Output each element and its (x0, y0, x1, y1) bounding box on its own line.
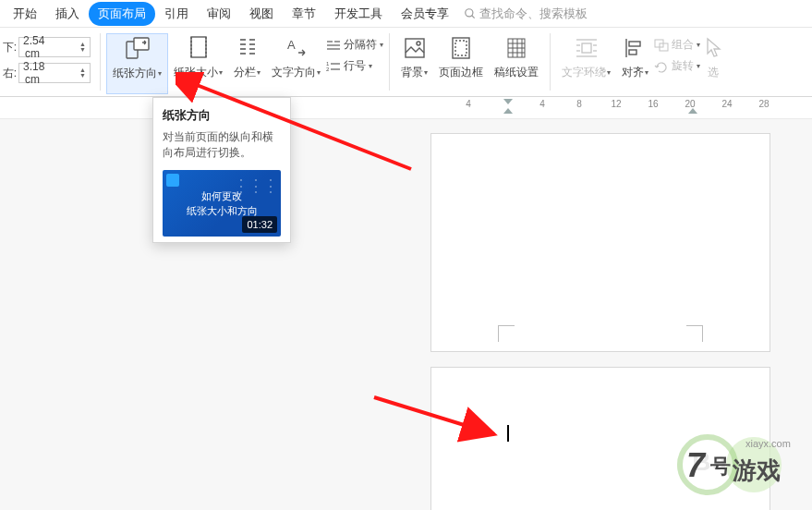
svg-text:xiayx.com: xiayx.com (745, 438, 791, 449)
orientation-tooltip: 纸张方向 对当前页面的纵向和横向布局进行切换。 ⋮⋮⋮ 如何更改 纸张大小和方向… (152, 97, 291, 243)
ruler-tick: 8 (576, 99, 582, 109)
svg-text:游戏: 游戏 (732, 456, 781, 484)
svg-rect-25 (455, 41, 467, 55)
wrap-icon (575, 35, 599, 61)
margin-right-input[interactable]: 3.18 cm ▲▼ (18, 63, 91, 83)
site-watermark: 7 号 游戏 xiayx.com (657, 432, 805, 497)
tab-home[interactable]: 开始 (4, 2, 46, 26)
tab-references[interactable]: 引用 (155, 2, 198, 26)
tooltip-title: 纸张方向 (163, 107, 281, 124)
page-size-icon (188, 35, 210, 61)
svg-rect-42 (629, 50, 636, 55)
chevron-down-icon: ▾ (424, 68, 428, 77)
svg-line-1 (472, 15, 475, 18)
page-border-icon (450, 35, 472, 61)
svg-rect-22 (406, 39, 424, 57)
svg-rect-33 (582, 43, 591, 53)
brand-number: 7 (686, 446, 707, 484)
tooltip-video-thumb[interactable]: ⋮⋮⋮ 如何更改 纸张大小和方向 01:32 (163, 170, 281, 237)
dot-pattern-icon: ⋮⋮⋮ (233, 174, 277, 199)
svg-rect-4 (191, 37, 206, 57)
wrap-button[interactable]: 文字环绕▾ (556, 33, 616, 94)
svg-text:A: A (287, 38, 296, 52)
tooltip-desc: 对当前页面的纵向和横向布局进行切换。 (163, 129, 281, 161)
tab-bar: 开始 插入 页面布局 引用 审阅 视图 章节 开发工具 会员专享 查找命令、搜索… (0, 0, 812, 28)
chevron-down-icon: ▾ (317, 68, 321, 77)
wps-logo-icon (166, 174, 179, 187)
select-icon (704, 35, 722, 61)
spinner-icon[interactable]: ▲▼ (79, 42, 86, 53)
tab-review[interactable]: 审阅 (198, 2, 240, 26)
margin-group: 下: 2.54 cm ▲▼ 右: 3.18 cm ▲▼ (0, 33, 94, 83)
svg-text:号: 号 (709, 455, 731, 478)
rotate-icon (654, 60, 669, 73)
background-button[interactable]: 背景▾ (395, 33, 433, 94)
chevron-down-icon: ▾ (158, 69, 162, 78)
columns-icon (236, 35, 259, 61)
svg-text:2: 2 (326, 67, 330, 72)
tab-view[interactable]: 视图 (240, 2, 283, 26)
ruler-tick: 24 (721, 99, 732, 109)
chevron-down-icon: ▾ (257, 68, 261, 77)
text-direction-icon: A (285, 35, 309, 61)
manuscript-icon (505, 35, 527, 61)
columns-button[interactable]: 分栏▾ (228, 33, 266, 94)
tab-insert[interactable]: 插入 (46, 2, 89, 26)
spinner-icon[interactable]: ▲▼ (79, 67, 86, 79)
chevron-down-icon: ▾ (645, 68, 648, 77)
line-number-button[interactable]: 12 行号▾ (326, 58, 383, 74)
ruler-tick: 16 (648, 99, 658, 109)
align-icon (624, 35, 648, 61)
ruler-tick: 4 (539, 99, 545, 109)
chevron-down-icon: ▾ (607, 68, 611, 77)
background-icon (403, 35, 427, 61)
page-size-button[interactable]: 纸张大小▾ (168, 33, 228, 94)
tab-dev-tools[interactable]: 开发工具 (325, 2, 392, 26)
ruler-tick: 20 (685, 99, 695, 109)
svg-point-0 (466, 8, 473, 16)
text-cursor (507, 425, 509, 442)
separator-button[interactable]: 分隔符▾ (326, 37, 383, 53)
horizontal-ruler[interactable]: 4 4 8 12 16 20 24 28 (0, 97, 812, 119)
svg-marker-45 (503, 99, 513, 104)
select-button[interactable]: 选 (700, 33, 728, 94)
search-icon (464, 7, 477, 20)
ribbon: 下: 2.54 cm ▲▼ 右: 3.18 cm ▲▼ 纸张方向▾ (0, 28, 812, 97)
align-button[interactable]: 对齐▾ (616, 33, 654, 94)
group-button[interactable]: 组合▾ (654, 37, 700, 53)
margin-bottom-input[interactable]: 2.54 cm ▲▼ (18, 37, 91, 57)
margin-corner (498, 325, 515, 342)
svg-point-23 (417, 42, 420, 45)
command-search[interactable]: 查找命令、搜索模板 (464, 6, 588, 22)
svg-rect-3 (134, 38, 149, 50)
chevron-down-icon: ▾ (380, 41, 383, 49)
margin-corner (686, 325, 703, 342)
chevron-down-icon: ▾ (369, 62, 372, 70)
margin-right-label: 右: (0, 66, 17, 81)
margin-bottom-label: 下: (0, 40, 17, 55)
separator-icon (326, 39, 341, 52)
ruler-tick: 28 (758, 99, 769, 109)
svg-rect-41 (629, 42, 640, 46)
orientation-icon (124, 36, 151, 62)
ruler-tick: 12 (611, 99, 621, 109)
group-icon (654, 39, 669, 52)
video-duration: 01:32 (242, 216, 277, 234)
svg-marker-46 (503, 108, 513, 114)
tab-chapter[interactable]: 章节 (283, 2, 325, 26)
document-page-1[interactable] (431, 134, 770, 351)
tab-vip[interactable]: 会员专享 (392, 2, 458, 26)
text-direction-button[interactable]: A 文字方向▾ (266, 33, 326, 94)
rotate-button[interactable]: 旋转▾ (654, 58, 700, 74)
manuscript-button[interactable]: 稿纸设置 (489, 33, 544, 94)
ruler-tick: 4 (466, 99, 471, 109)
page-border-button[interactable]: 页面边框 (433, 33, 489, 94)
line-number-icon: 12 (326, 60, 341, 73)
orientation-button[interactable]: 纸张方向▾ (106, 33, 168, 94)
chevron-down-icon: ▾ (219, 68, 223, 77)
margin-indicator-left[interactable] (503, 99, 513, 114)
tab-page-layout[interactable]: 页面布局 (89, 2, 155, 26)
